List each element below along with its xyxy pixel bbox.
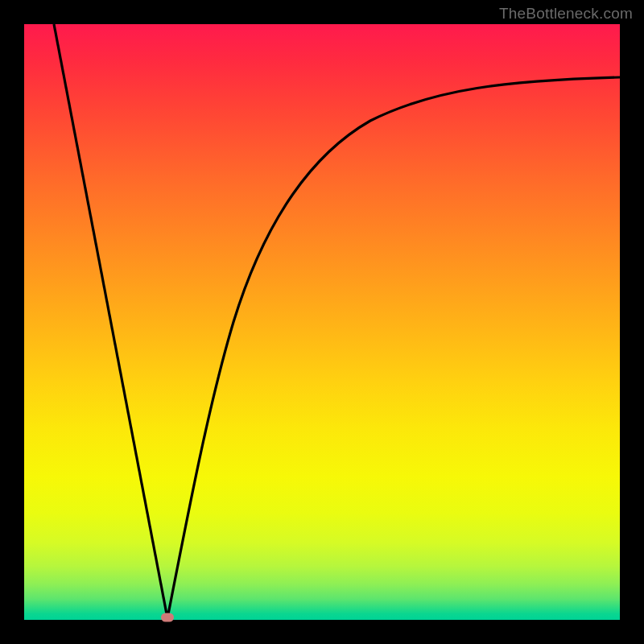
chart-frame: TheBottleneck.com [0, 0, 644, 644]
minimum-marker [161, 613, 174, 622]
plot-area [24, 24, 620, 620]
watermark-text: TheBottleneck.com [499, 5, 633, 23]
curve-left-segment [54, 24, 167, 618]
bottleneck-curve [24, 24, 620, 620]
curve-right-segment [167, 77, 620, 618]
